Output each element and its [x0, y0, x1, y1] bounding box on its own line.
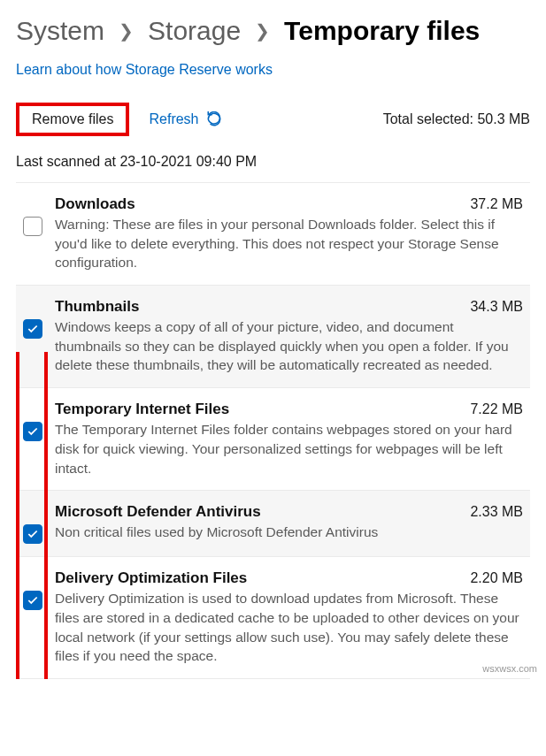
checkbox-downloads[interactable] [23, 217, 42, 236]
item-description: Delivery Optimization is used to downloa… [55, 589, 523, 666]
item-size: 7.22 MB [470, 401, 523, 417]
chevron-right-icon: ❯ [119, 20, 134, 42]
checkbox-defender[interactable] [23, 524, 42, 544]
item-title: Downloads [55, 195, 135, 213]
refresh-label: Refresh [149, 111, 198, 127]
list-item[interactable]: Delivery Optimization Files 2.20 MB Deli… [16, 557, 530, 679]
file-list: Downloads 37.2 MB Warning: These are fil… [16, 182, 530, 679]
checkbox-thumbnails[interactable] [23, 319, 42, 339]
list-item[interactable]: Temporary Internet Files 7.22 MB The Tem… [16, 388, 530, 491]
item-size: 34.3 MB [470, 299, 523, 315]
last-scanned-text: Last scanned at 23-10-2021 09:40 PM [16, 154, 530, 170]
checkbox-delivery-opt[interactable] [23, 591, 42, 610]
storage-reserve-link[interactable]: Learn about how Storage Reserve works [16, 62, 273, 78]
item-description: The Temporary Internet Files folder cont… [55, 420, 523, 477]
chevron-right-icon: ❯ [255, 20, 270, 42]
item-description: Non critical files used by Microsoft Def… [55, 523, 523, 542]
breadcrumb-temporary-files: Temporary files [284, 16, 480, 46]
item-title: Microsoft Defender Antivirus [55, 503, 261, 521]
toolbar: Remove files Refresh Total selected: 50.… [16, 103, 530, 136]
breadcrumb: System ❯ Storage ❯ Temporary files [16, 16, 530, 46]
breadcrumb-system[interactable]: System [16, 16, 104, 46]
item-description: Windows keeps a copy of all of your pict… [55, 317, 523, 375]
list-item[interactable]: Thumbnails 34.3 MB Windows keeps a copy … [16, 286, 530, 388]
watermark: wsxwsx.com [482, 663, 537, 674]
item-size: 2.20 MB [470, 570, 523, 586]
refresh-button[interactable]: Refresh [149, 111, 221, 127]
checkbox-temp-internet[interactable] [23, 422, 42, 441]
item-description: Warning: These are files in your persona… [55, 215, 523, 272]
refresh-icon [206, 111, 222, 127]
item-size: 2.33 MB [470, 504, 523, 520]
item-title: Temporary Internet Files [55, 401, 229, 418]
list-item[interactable]: Microsoft Defender Antivirus 2.33 MB Non… [16, 491, 530, 557]
total-selected: Total selected: 50.3 MB [383, 111, 530, 127]
item-title: Thumbnails [55, 298, 139, 316]
breadcrumb-storage[interactable]: Storage [148, 16, 241, 46]
remove-files-button[interactable]: Remove files [16, 103, 129, 136]
list-item[interactable]: Downloads 37.2 MB Warning: These are fil… [16, 183, 530, 286]
item-size: 37.2 MB [470, 196, 523, 212]
item-title: Delivery Optimization Files [55, 569, 247, 587]
